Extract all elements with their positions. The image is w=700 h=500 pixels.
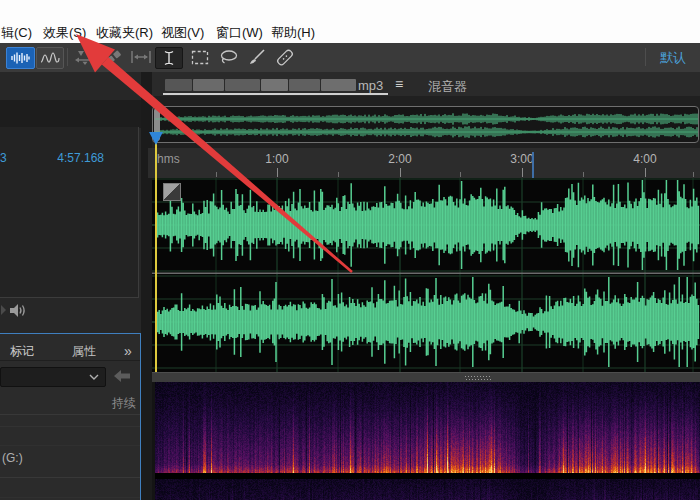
tab-markers[interactable]: 标记	[10, 343, 34, 360]
slip-tool-button[interactable]	[102, 47, 126, 67]
drive-list-item[interactable]: (G:)	[2, 451, 23, 465]
marker-line[interactable]	[532, 152, 534, 178]
menu-view[interactable]: 视图(V)	[161, 24, 204, 42]
panel-menu-icon[interactable]: ≡	[395, 76, 403, 92]
spectrogram-channel-2[interactable]	[155, 479, 700, 500]
move-playhead-tool-button[interactable]	[72, 47, 98, 67]
menu-effects[interactable]: 效果(S)	[43, 24, 86, 42]
time-ruler[interactable]: hms 1:00 2:00 3:00 4:00	[148, 148, 700, 178]
markers-panel: 标记 属性 » 持续 (G:)	[0, 333, 142, 500]
waveform-display[interactable]	[152, 178, 700, 372]
waveform-view-button[interactable]	[6, 47, 35, 69]
tab-mixer[interactable]: 混音器	[428, 78, 467, 96]
lasso-selection-button[interactable]	[216, 47, 241, 67]
waveform-icon	[10, 51, 31, 65]
active-tab-underline	[163, 93, 388, 95]
files-list[interactable]: 3 4:57.168	[0, 127, 139, 298]
waveform-svg	[152, 178, 700, 372]
ruler-unit: hms	[157, 152, 180, 166]
play-indicator-icon	[1, 305, 7, 315]
menu-window[interactable]: 窗口(W)	[216, 24, 263, 42]
marquee-icon	[191, 50, 209, 65]
duration-column-header[interactable]: 持续	[112, 395, 136, 412]
menu-bar: 辑(C) 效果(S) 收藏夹(R) 视图(V) 窗口(W) 帮助(H)	[0, 0, 700, 44]
menu-edit[interactable]: 辑(C)	[1, 24, 32, 42]
overview-waveform	[155, 108, 698, 142]
menu-favorites[interactable]: 收藏夹(R)	[96, 24, 153, 42]
back-arrow-icon[interactable]	[114, 370, 131, 382]
toolbar-separator	[645, 48, 646, 66]
tab-properties[interactable]: 属性	[72, 343, 96, 360]
chevron-down-icon	[89, 374, 99, 381]
files-panel-toolbar	[0, 100, 141, 128]
spectral-view-button[interactable]	[36, 47, 64, 69]
ruler-label: 2:00	[378, 152, 422, 166]
toolbar-separator	[67, 48, 68, 66]
paintbrush-icon	[248, 49, 266, 65]
time-selection-tool-button[interactable]	[155, 47, 183, 69]
more-panels-icon[interactable]: »	[124, 343, 132, 359]
healing-brush-icon	[275, 49, 295, 66]
lasso-icon	[219, 49, 239, 65]
marker-type-dropdown[interactable]	[0, 367, 106, 387]
zoom-navigator[interactable]	[152, 106, 699, 143]
panel-divider[interactable]	[152, 372, 700, 382]
editor-panel: mp3 ≡ 混音器 hms 1:00 2:00 3:00 4:00	[152, 72, 700, 500]
playhead-line[interactable]	[155, 133, 157, 372]
editor-tab-row: mp3 ≡ 混音器	[152, 72, 700, 96]
marquee-selection-button[interactable]	[187, 47, 212, 67]
volume-icon[interactable]	[9, 302, 29, 319]
channel-fold-button[interactable]	[163, 183, 181, 201]
slip-icon	[105, 49, 123, 65]
spectrogram-channel-1[interactable]	[155, 382, 700, 473]
stretch-icon	[130, 49, 152, 65]
file-duration: 4:57.168	[0, 151, 104, 165]
playhead-head[interactable]	[149, 132, 164, 146]
main-toolbar: 默认	[0, 43, 700, 73]
files-status-bar	[0, 301, 141, 325]
ruler-label: 1:00	[255, 152, 299, 166]
healing-brush-button[interactable]	[272, 47, 298, 67]
spectral-icon	[40, 51, 60, 65]
ruler-label: 4:00	[623, 152, 667, 166]
divider-grip-icon[interactable]	[465, 376, 491, 380]
menu-help[interactable]: 帮助(H)	[271, 24, 315, 42]
move-playhead-icon	[74, 49, 96, 65]
stretch-tool-button[interactable]	[128, 47, 154, 67]
paintbrush-selection-button[interactable]	[245, 47, 269, 67]
ruler-label: 3:00	[500, 152, 544, 166]
workspace-selector[interactable]: 默认	[660, 49, 686, 67]
file-tab-suffix[interactable]: mp3	[358, 78, 383, 93]
tab-divider	[0, 360, 140, 361]
ibeam-icon	[163, 50, 175, 66]
audition-window: 辑(C) 效果(S) 收藏夹(R) 视图(V) 窗口(W) 帮助(H)	[0, 0, 700, 500]
